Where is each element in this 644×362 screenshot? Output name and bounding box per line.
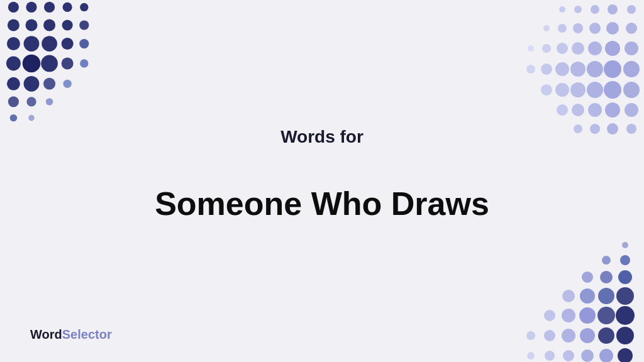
svg-point-93 — [602, 256, 611, 265]
svg-point-72 — [581, 349, 594, 362]
logo-word: Word — [30, 327, 62, 341]
svg-point-45 — [605, 41, 620, 56]
svg-point-34 — [543, 25, 550, 31]
svg-point-86 — [562, 290, 575, 302]
svg-point-11 — [24, 36, 40, 52]
svg-point-35 — [558, 24, 567, 33]
svg-point-76 — [544, 330, 555, 341]
svg-point-37 — [589, 23, 601, 34]
svg-point-62 — [588, 103, 602, 117]
svg-point-83 — [579, 307, 596, 324]
svg-point-59 — [623, 82, 640, 98]
dots-bottom-right-decoration — [506, 236, 644, 362]
svg-point-85 — [616, 306, 635, 325]
svg-point-69 — [527, 352, 535, 359]
svg-point-6 — [25, 19, 37, 31]
svg-point-36 — [573, 23, 583, 33]
svg-point-27 — [10, 114, 17, 121]
logo-selector: Selector — [62, 327, 112, 341]
svg-point-81 — [544, 310, 555, 321]
svg-point-38 — [606, 22, 619, 35]
svg-point-17 — [41, 55, 58, 72]
svg-point-61 — [572, 104, 584, 116]
svg-point-54 — [541, 84, 552, 96]
svg-point-89 — [616, 287, 634, 305]
svg-point-4 — [80, 3, 88, 11]
svg-point-79 — [598, 327, 614, 344]
subtitle-text: Words for — [155, 127, 489, 147]
svg-point-5 — [8, 19, 19, 31]
svg-point-10 — [7, 37, 20, 50]
svg-point-40 — [528, 45, 534, 52]
svg-point-32 — [608, 4, 618, 14]
svg-point-87 — [580, 288, 595, 304]
svg-point-1 — [26, 2, 36, 13]
svg-point-52 — [604, 60, 621, 78]
svg-point-42 — [557, 43, 568, 54]
svg-point-31 — [591, 5, 599, 14]
svg-point-24 — [8, 96, 19, 107]
svg-point-15 — [6, 57, 21, 71]
svg-point-44 — [588, 41, 602, 55]
svg-point-67 — [607, 123, 618, 134]
svg-point-77 — [562, 329, 575, 343]
page-container: Words for Someone Who Draws WordSelector — [0, 0, 644, 362]
svg-point-80 — [616, 327, 634, 344]
svg-point-49 — [555, 62, 569, 76]
svg-point-33 — [627, 5, 636, 14]
svg-point-41 — [542, 44, 551, 53]
svg-point-75 — [526, 331, 535, 340]
svg-point-7 — [43, 19, 55, 31]
svg-point-68 — [626, 124, 636, 134]
svg-point-13 — [62, 38, 74, 50]
svg-point-47 — [526, 65, 535, 74]
svg-point-74 — [618, 348, 633, 362]
svg-point-29 — [559, 6, 565, 13]
svg-point-12 — [42, 36, 57, 52]
svg-point-92 — [618, 270, 632, 284]
svg-point-78 — [580, 328, 595, 343]
logo: WordSelector — [30, 327, 112, 342]
svg-point-56 — [570, 82, 586, 97]
svg-point-53 — [623, 61, 640, 77]
svg-point-30 — [574, 6, 582, 13]
svg-point-64 — [625, 103, 638, 117]
svg-point-20 — [7, 77, 20, 90]
svg-point-39 — [626, 23, 637, 34]
svg-point-14 — [79, 39, 89, 48]
svg-point-8 — [62, 19, 73, 30]
svg-point-16 — [23, 55, 41, 73]
svg-point-94 — [620, 255, 630, 265]
svg-point-91 — [600, 271, 613, 283]
svg-point-43 — [572, 42, 584, 55]
svg-point-70 — [545, 351, 555, 361]
svg-point-19 — [80, 59, 88, 67]
svg-point-82 — [562, 309, 575, 322]
svg-point-0 — [8, 2, 19, 13]
main-title-text: Someone Who Draws — [155, 185, 489, 222]
svg-point-50 — [570, 62, 586, 77]
dots-top-right-decoration — [506, 0, 644, 138]
svg-point-46 — [625, 41, 638, 55]
svg-point-23 — [63, 80, 71, 88]
svg-point-51 — [587, 61, 603, 77]
svg-point-88 — [598, 288, 614, 304]
svg-point-71 — [563, 350, 574, 361]
svg-point-90 — [582, 272, 593, 283]
svg-point-55 — [555, 83, 569, 97]
svg-point-21 — [24, 76, 40, 92]
svg-point-22 — [43, 78, 55, 90]
svg-point-58 — [604, 81, 621, 99]
svg-point-28 — [28, 115, 35, 121]
svg-point-9 — [79, 20, 89, 30]
svg-point-48 — [541, 63, 552, 75]
svg-point-3 — [63, 3, 72, 12]
svg-point-65 — [574, 124, 582, 133]
svg-point-95 — [622, 242, 628, 248]
svg-point-73 — [599, 349, 613, 362]
svg-point-60 — [557, 104, 568, 116]
svg-point-63 — [605, 102, 620, 118]
svg-point-2 — [44, 2, 55, 13]
svg-point-25 — [26, 97, 36, 106]
svg-point-66 — [590, 124, 600, 134]
